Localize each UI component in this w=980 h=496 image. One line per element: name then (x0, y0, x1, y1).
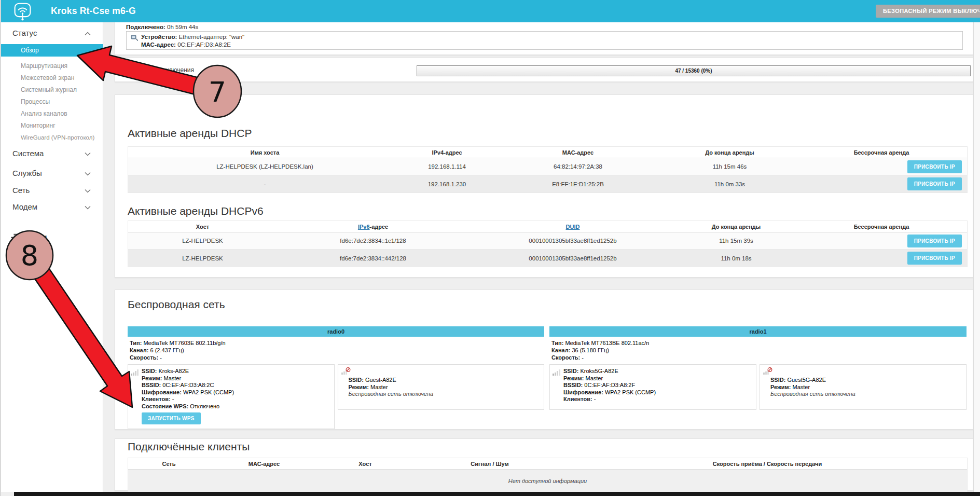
dhcp-table-header: Имя хоста IPv4-адрес МАС-адрес До конца … (128, 147, 967, 158)
col-mac: МАС-адрес (492, 149, 664, 156)
radio0-type: MediaTek MT7603E 802.11b/g/n (143, 340, 225, 346)
cell-lease-end: 11h 15m 46s (664, 163, 796, 170)
sidebar-item-channel-analysis[interactable]: Анализ каналов (1, 108, 103, 120)
assign-ip-button[interactable]: ПРИСВОИТЬ IP (907, 235, 962, 247)
sidebar-group-label: Система (12, 149, 44, 158)
app-header: Kroks Rt-Cse m6-G БЕЗОПАСНЫЙ РЕЖИМ ВЫКЛЮ… (1, 0, 980, 22)
col-mac: МАС-адрес (210, 461, 319, 467)
speed-label: Скорость: (551, 354, 580, 361)
mode-value: Master (370, 384, 388, 390)
connected-clients-card: Подключённые клиенты Сеть МАС-адрес Хост… (115, 438, 973, 491)
sidebar-group-status[interactable]: Статус (1, 26, 103, 42)
logout-button[interactable]: Выйти (1, 230, 103, 244)
sidebar-item-overview[interactable]: Обзор (1, 44, 103, 57)
assign-ip-button[interactable]: ПРИСВОИТЬ IP (907, 160, 962, 173)
connected-label: Подключено: (126, 24, 165, 30)
kroks-antenna-logo-icon (13, 2, 32, 21)
cell-hostname: - (128, 181, 402, 187)
sidebar-group-services[interactable]: Службы (1, 166, 103, 182)
safe-mode-button[interactable]: БЕЗОПАСНЫЙ РЕЖИМ ВЫКЛЮЧЕН (876, 5, 980, 18)
col-hostname: Имя хоста (128, 149, 402, 156)
clients-table: Сеть МАС-адрес Хост Сигнал / Шум Скорост… (128, 458, 968, 492)
sidebar-item-syslog[interactable]: Системный журнал (1, 84, 103, 96)
bssid-label: BSSID: (142, 382, 161, 388)
page-title: Kroks Rt-Cse m6-G (51, 0, 136, 22)
table-row: LZ-HELPDESK fd6e:7de2:3834::1c1/128 0001… (128, 232, 967, 250)
table-row: - 192.168.1.230 E8:FF:1E:D1:25:2B 11h 0m… (128, 175, 967, 192)
channel-label: Канал: (551, 347, 570, 353)
mac-line: МАС-адрес: 0C:EF:AF:D3:A8:2E (141, 41, 244, 49)
scrollbar-track[interactable] (973, 22, 980, 492)
mode-label: Режим: (142, 375, 162, 381)
wps-state-label: Состояние WPS: (142, 403, 188, 409)
device-label: Устройство: (141, 34, 177, 40)
col-ipv4: IPv4-адрес (402, 149, 492, 156)
mac-label: МАС-адрес: (141, 42, 176, 48)
mode-value: Master (163, 375, 181, 381)
cell-ipv6: fd6e:7de2:3834::1c1/128 (277, 238, 469, 244)
cell-hostname: LZ-HELPDESK (LZ-HELPDESK.lan) (128, 163, 402, 170)
wifi-network-card-kroks: SSID: Kroks-A82E Режим: Master BSSID: 0C… (128, 364, 335, 429)
sidebar-item-monitoring[interactable]: Мониторинг (1, 120, 103, 132)
sidebar: Статус Обзор Маршрутизация Межсетевой эк… (1, 22, 103, 492)
col-lease-end: До конца аренды (677, 224, 796, 230)
ssid-value: Guest-A82E (365, 377, 396, 383)
start-wps-button[interactable]: ЗАПУСТИТЬ WPS (142, 412, 201, 424)
col-network: Сеть (128, 461, 210, 467)
wifi-network-card-guest5g: SSID: Guest5G-A82E Режим: Master Беспров… (760, 364, 967, 410)
device-line: Устройство: Ethernet-адаптер: "wan" (141, 33, 244, 41)
ssid-label: SSID: (770, 377, 785, 383)
sidebar-item-firewall[interactable]: Межсетевой экран (1, 72, 103, 84)
clients-label: Клиентов: (142, 396, 171, 402)
dhcp-table: Имя хоста IPv4-адрес МАС-адрес До конца … (128, 146, 968, 193)
ethernet-adapter-icon (131, 34, 138, 42)
sidebar-group-modem[interactable]: Модем (1, 200, 103, 215)
device-value: Ethernet-адаптер: "wan" (179, 34, 245, 40)
mac-value: 0C:EF:AF:D3:A8:2E (177, 42, 231, 48)
signal-disabled-icon (341, 367, 351, 375)
clients-section-title: Подключённые клиенты (128, 440, 250, 453)
table-row: LZ-HELPDESK fd6e:7de2:3834::442/128 0001… (128, 250, 967, 267)
encryption-label: Шифрование: (563, 389, 603, 395)
chevron-up-icon (85, 32, 91, 36)
duid-link[interactable]: DUID (566, 224, 580, 230)
ipv6-link[interactable]: IPv6 (358, 224, 370, 230)
sidebar-group-system[interactable]: Система (1, 146, 103, 162)
mode-value: Master (585, 375, 603, 381)
col-lease-end: До конца аренды (664, 149, 796, 156)
cell-ipv6: fd6e:7de2:3834::442/128 (277, 255, 469, 261)
bssid-value: 0C:EF:AF:D3:A8:2C (162, 382, 214, 388)
bssid-label: BSSID: (563, 382, 583, 388)
radio1-speed: - (582, 354, 584, 361)
mode-label: Режим: (563, 375, 584, 381)
col-host: Хост (128, 224, 277, 230)
col-duid: DUID (469, 224, 677, 230)
dhcp-section-title: Активные аренды DHCP (128, 127, 252, 140)
ssid-value: Guest5G-A82E (787, 377, 826, 383)
radio1-info: Тип: MediaTek MT7613BE 802.11ac/n Канал:… (549, 337, 967, 361)
clients-value: - (594, 396, 596, 402)
wifi-network-card-kroks5g: SSID: Kroks5G-A82E Режим: Master BSSID: … (549, 364, 756, 410)
radio0-header: radio0 (128, 326, 544, 337)
assign-ip-button[interactable]: ПРИСВОИТЬ IP (907, 252, 962, 265)
router-admin-page: Kroks Rt-Cse m6-G БЕЗОПАСНЫЙ РЕЖИМ ВЫКЛЮ… (0, 0, 980, 496)
radio0-info: Тип: MediaTek MT7603E 802.11b/g/n Канал:… (128, 337, 544, 361)
sidebar-item-processes[interactable]: Процессы (1, 96, 103, 108)
dhcp-leases-card: Активные аренды DHCP Имя хоста IPv4-адре… (115, 94, 973, 278)
type-label: Тип: (551, 340, 563, 346)
dhcpv6-table: Хост IPv6-адрес DUID До конца аренды Бес… (128, 221, 968, 267)
chevron-down-icon (85, 189, 91, 193)
cell-host: LZ-HELPDESK (128, 238, 277, 244)
col-signal-noise: Сигнал / Шум (412, 461, 568, 467)
mode-label: Режим: (770, 384, 791, 390)
ssid-value: Kroks-A82E (158, 368, 189, 374)
cell-mac: 64:82:14:97:2A:38 (492, 163, 664, 170)
sidebar-item-wireguard[interactable]: WireGuard (VPN-протокол) (1, 132, 103, 144)
signal-strength-icon (553, 369, 561, 376)
sidebar-group-network[interactable]: Сеть (1, 183, 103, 199)
cell-ipv4: 192.168.1.230 (402, 181, 492, 187)
wireless-card: Беспроводная сеть radio0 Тип: MediaTek M… (115, 290, 973, 430)
radio0-speed: - (160, 354, 162, 361)
sidebar-item-routing[interactable]: Маршрутизация (1, 60, 103, 72)
assign-ip-button[interactable]: ПРИСВОИТЬ IP (907, 177, 962, 190)
